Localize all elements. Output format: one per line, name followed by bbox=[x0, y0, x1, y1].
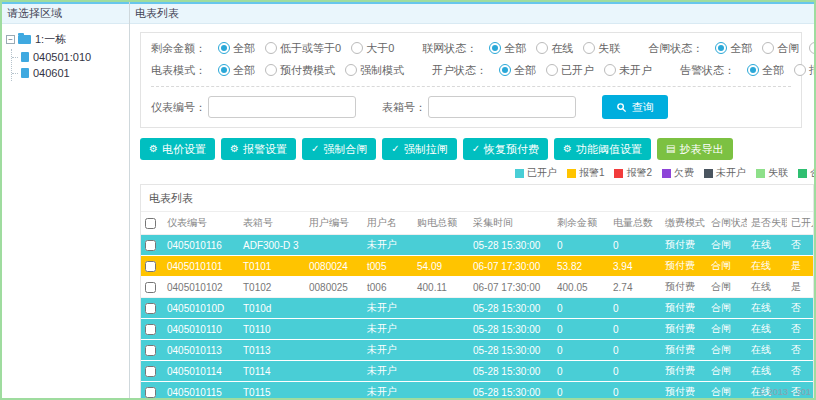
radio-option-label[interactable]: 全部 bbox=[762, 63, 784, 78]
table-title: 电表列表 bbox=[141, 185, 813, 211]
radio-button[interactable] bbox=[794, 64, 806, 76]
search-field-label: 表箱号： bbox=[382, 100, 426, 115]
meter-no-input[interactable] bbox=[208, 96, 356, 118]
table-cell: 预付费 bbox=[661, 277, 707, 298]
radio-option-label[interactable]: 全部 bbox=[504, 41, 526, 56]
radio-button[interactable] bbox=[809, 42, 814, 54]
table-cell bbox=[413, 361, 469, 382]
radio-button[interactable] bbox=[747, 64, 759, 76]
table-row[interactable]: 0405010114T0114未开户05-28 15:30:0000预付费合闸在… bbox=[141, 361, 814, 382]
table-cell: 未开户 bbox=[363, 298, 413, 319]
table-cell: 合闸 bbox=[707, 235, 747, 256]
table-cell: 0405010113 bbox=[163, 340, 239, 361]
table-cell: t006 bbox=[363, 277, 413, 298]
radio-option-label[interactable]: 大于0 bbox=[366, 41, 394, 56]
row-checkbox[interactable] bbox=[145, 345, 156, 356]
filter-group-label: 电表模式： bbox=[151, 63, 206, 78]
toolbar: ⚙电价设置⚙报警设置✓强制合闸✓强制拉闸✓恢复预付费⚙功能阈值设置▤抄表导出 bbox=[140, 138, 802, 160]
query-button[interactable]: 查询 bbox=[602, 95, 668, 119]
meter-export-button[interactable]: ▤抄表导出 bbox=[657, 138, 732, 160]
radio-option-label[interactable]: 已开户 bbox=[561, 63, 594, 78]
radio-option-label[interactable]: 全部 bbox=[730, 41, 752, 56]
table-cell: 040501010D bbox=[163, 298, 239, 319]
force-close-switch-button[interactable]: ✓强制合闸 bbox=[302, 138, 376, 160]
collapse-icon[interactable]: − bbox=[6, 35, 15, 44]
table-cell: 合闸 bbox=[707, 298, 747, 319]
radio-option-label[interactable]: 未开户 bbox=[619, 63, 652, 78]
price-settings-button[interactable]: ⚙电价设置 bbox=[140, 138, 215, 160]
table-cell: 合闸 bbox=[707, 277, 747, 298]
table-cell: 53.82 bbox=[553, 256, 609, 277]
radio-option-label[interactable]: 失联 bbox=[598, 41, 620, 56]
radio-option-label[interactable]: 全部 bbox=[514, 63, 536, 78]
table-cell: 0 bbox=[553, 235, 609, 256]
table-cell: 54.09 bbox=[413, 256, 469, 277]
table-cell bbox=[305, 319, 363, 340]
filter-rows: 剩余金额：全部低于或等于0大于0联网状态：全部在线失联合闸状态：全部合闸拉闸电表… bbox=[151, 37, 791, 81]
box-no-input[interactable] bbox=[428, 96, 576, 118]
table-row[interactable]: 0405010115T0115未开户05-28 15:30:0000预付费合闸在… bbox=[141, 382, 814, 399]
radio-button[interactable] bbox=[489, 42, 501, 54]
export-icon: ▤ bbox=[666, 144, 675, 154]
radio-button[interactable] bbox=[351, 42, 363, 54]
row-checkbox[interactable] bbox=[145, 387, 156, 398]
threshold-settings-button[interactable]: ⚙功能阈值设置 bbox=[554, 138, 651, 160]
row-checkbox[interactable] bbox=[145, 366, 156, 377]
radio-option-label[interactable]: 合闸 bbox=[777, 41, 799, 56]
radio-button[interactable] bbox=[604, 64, 616, 76]
radio-option-label[interactable]: 报警1 bbox=[809, 63, 814, 78]
restore-prepaid-button[interactable]: ✓恢复预付费 bbox=[463, 138, 548, 160]
table-cell: 在线 bbox=[747, 277, 787, 298]
table-cell: 未开户 bbox=[363, 235, 413, 256]
radio-option-label[interactable]: 强制模式 bbox=[360, 63, 404, 78]
radio-button[interactable] bbox=[762, 42, 774, 54]
table-cell: 未开户 bbox=[363, 340, 413, 361]
table-row[interactable]: 0405010102T01020080025t006400.1106-07 17… bbox=[141, 277, 814, 298]
radio-option-label[interactable]: 在线 bbox=[551, 41, 573, 56]
table-cell: 05-28 15:30:00 bbox=[469, 298, 553, 319]
filter-box: 剩余金额：全部低于或等于0大于0联网状态：全部在线失联合闸状态：全部合闸拉闸电表… bbox=[140, 32, 802, 128]
table-row[interactable]: 0405010116ADF300-D 3未开户05-28 15:30:0000预… bbox=[141, 235, 814, 256]
radio-button[interactable] bbox=[499, 64, 511, 76]
select-all-checkbox[interactable] bbox=[145, 218, 156, 229]
radio-button[interactable] bbox=[218, 42, 230, 54]
force-open-switch-button[interactable]: ✓强制拉闸 bbox=[382, 138, 456, 160]
radio-option-label[interactable]: 预付费模式 bbox=[280, 63, 335, 78]
table-row[interactable]: 0405010113T0113未开户05-28 15:30:0000预付费合闸在… bbox=[141, 340, 814, 361]
radio-button[interactable] bbox=[546, 64, 558, 76]
radio-button[interactable] bbox=[583, 42, 595, 54]
radio-button[interactable] bbox=[265, 64, 277, 76]
table-row[interactable]: 0405010110T0110未开户05-28 15:30:0000预付费合闸在… bbox=[141, 319, 814, 340]
table-cell bbox=[305, 382, 363, 399]
table-row[interactable]: 0405010101T01010080024t00554.0906-07 17:… bbox=[141, 256, 814, 277]
table-row[interactable]: 040501010DT010d未开户05-28 15:30:0000预付费合闸在… bbox=[141, 298, 814, 319]
row-checkbox[interactable] bbox=[145, 240, 156, 251]
table-cell: 0405010114 bbox=[163, 361, 239, 382]
radio-option-label[interactable]: 全部 bbox=[233, 41, 255, 56]
region-tree: − 1:一栋 040501:010040601 bbox=[2, 24, 129, 87]
tree-node[interactable]: 040501:010 bbox=[12, 49, 127, 65]
legend-item: 报警2 bbox=[614, 166, 652, 180]
tree-node[interactable]: 040601 bbox=[12, 65, 127, 81]
meter-table-box: 电表列表 仪表编号表箱号用户编号用户名购电总额采集时间剩余金额电量总数缴费模式合… bbox=[140, 184, 814, 398]
table-cell: 06-07 17:30:00 bbox=[469, 277, 553, 298]
radio-option-label[interactable]: 全部 bbox=[233, 63, 255, 78]
radio-option-label[interactable]: 低于或等于0 bbox=[280, 41, 341, 56]
row-checkbox[interactable] bbox=[145, 324, 156, 335]
radio-button[interactable] bbox=[345, 64, 357, 76]
alarm-settings-button[interactable]: ⚙报警设置 bbox=[221, 138, 296, 160]
legend-swatch bbox=[515, 169, 524, 178]
radio-button[interactable] bbox=[536, 42, 548, 54]
radio-button[interactable] bbox=[265, 42, 277, 54]
tree-node-root[interactable]: − 1:一栋 bbox=[4, 30, 127, 49]
row-checkbox[interactable] bbox=[145, 261, 156, 272]
table-cell: 400.11 bbox=[413, 277, 469, 298]
radio-button[interactable] bbox=[715, 42, 727, 54]
row-checkbox[interactable] bbox=[145, 282, 156, 293]
check-icon: ✓ bbox=[391, 144, 399, 154]
table-cell: 是 bbox=[787, 277, 814, 298]
filter-row: 剩余金额：全部低于或等于0大于0联网状态：全部在线失联合闸状态：全部合闸拉闸 bbox=[151, 37, 791, 59]
row-checkbox[interactable] bbox=[145, 303, 156, 314]
legend-label: 欠费 bbox=[674, 166, 694, 180]
radio-button[interactable] bbox=[218, 64, 230, 76]
